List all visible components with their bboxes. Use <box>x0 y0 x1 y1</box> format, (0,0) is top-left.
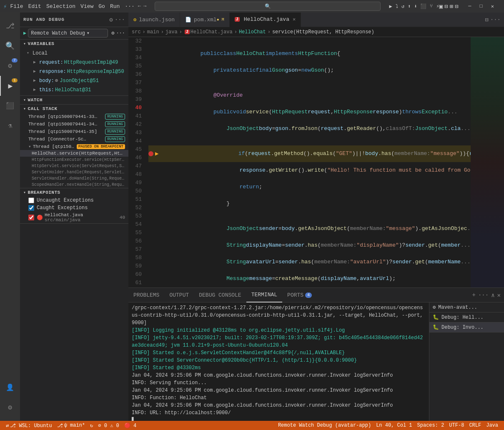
status-breakpoints[interactable]: 🔴 4 <box>122 421 139 430</box>
search-bar[interactable]: 🔍 <box>155 2 381 11</box>
tab-pom-xml[interactable]: 📄 pom.xml ● M <box>180 12 230 27</box>
menu-more[interactable]: ··· <box>125 3 134 10</box>
bp-caught-checkbox[interactable] <box>28 205 34 211</box>
debug-step-out[interactable]: ⬇ <box>414 3 417 10</box>
status-errors[interactable]: ⊘ 0 ⚠ 0 <box>95 421 121 430</box>
panel-close-icon[interactable]: ✕ <box>497 292 501 299</box>
var-request[interactable]: ▶ request: HttpRequestImpl@49 <box>20 58 128 67</box>
thread-1[interactable]: Thread [qtp1500079441-34-acceptor-1@66..… <box>20 120 128 128</box>
tab-hellochat-java[interactable]: J HelloChat.java ✕ <box>230 12 301 27</box>
more-debug-icon[interactable]: ··· <box>116 30 125 36</box>
settings-gear-icon[interactable]: ⚙ <box>109 16 113 23</box>
bp-uncaught-checkbox[interactable] <box>28 198 34 203</box>
layout-button-2[interactable]: ⊟ <box>444 3 448 10</box>
call-stack-header[interactable]: ▾ CALL STACK <box>20 105 128 113</box>
breadcrumb-src[interactable]: src <box>132 29 141 35</box>
split-terminal-icon[interactable]: ··· <box>478 292 489 298</box>
breadcrumb-method[interactable]: service(HttpRequest, HttpResponse) <box>272 29 374 35</box>
config-gear-icon[interactable]: ⚙ <box>111 30 114 36</box>
activity-search[interactable]: 🔍 <box>0 36 20 56</box>
thread-2[interactable]: Thread [qtp1500079441-35] RUNNING <box>20 128 128 135</box>
status-debug-config[interactable]: Remote Watch Debug (avatar-app) <box>276 421 374 430</box>
panel-chevron-up-icon[interactable]: ∧ <box>491 292 494 299</box>
variables-section-header[interactable]: ▾ VARIABLES <box>20 40 128 48</box>
local-group[interactable]: ▾ Local <box>20 49 128 58</box>
breakpoints-section-header[interactable]: ▾ BREAKPOINTS <box>20 188 128 197</box>
menu-go[interactable]: Go <box>98 3 105 10</box>
breadcrumb-main[interactable]: main <box>147 29 159 35</box>
panel-tab-debug-console[interactable]: DEBUG CONSOLE <box>194 288 246 302</box>
stack-frame-0[interactable]: HelloChat.service(HttpRequest,HttpRespon… <box>20 150 128 157</box>
tab-launch-json[interactable]: ⚙ launch.json <box>128 12 180 27</box>
stack-frame-1[interactable]: HttpFunctionExecutor.service(HttpServlet… <box>20 157 128 163</box>
status-remote[interactable]: ⇄ ⎇ WSL: Ubuntu <box>3 421 55 430</box>
menu-edit[interactable]: Edit <box>28 3 41 10</box>
more-tabs-icon[interactable]: ··· <box>490 16 501 23</box>
add-terminal-icon[interactable]: + <box>472 292 476 298</box>
bp-hellochat[interactable]: 🔴 HelloChat.java src/main/java 40 <box>20 212 128 223</box>
stack-frame-4[interactable]: ServletHandler.doHandle(String,Request,H… <box>20 175 128 182</box>
var-response[interactable]: ▶ response: HttpResponseImpl@50 <box>20 67 128 76</box>
debug-stop[interactable]: ⬛ <box>420 3 426 10</box>
status-language[interactable]: Java <box>484 421 501 430</box>
activity-testing[interactable]: ⚗ <box>0 116 20 136</box>
panel-tab-problems[interactable]: PROBLEMS <box>128 288 164 302</box>
debug-step-in[interactable]: ⬆ <box>408 3 411 10</box>
menu-selection[interactable]: Selection <box>46 3 75 10</box>
thread-3[interactable]: Thread [Connector-Scheduler-6920b0bc-1] … <box>20 135 128 143</box>
status-encoding[interactable]: UTF-8 <box>446 421 466 430</box>
bp-caught[interactable]: Caught Exceptions <box>20 204 128 212</box>
right-panel-debug-invo[interactable]: 🐛 Debug: Invo... <box>429 322 504 332</box>
breadcrumb-class[interactable]: HelloChat <box>239 29 266 35</box>
layout-button-1[interactable]: ▣ <box>439 3 443 10</box>
var-this[interactable]: ▶ this: HelloChat@31 <box>20 85 128 95</box>
activity-settings[interactable]: ⚙ <box>0 398 20 418</box>
breadcrumb-java[interactable]: java <box>165 29 178 35</box>
more-options-icon[interactable]: ··· <box>115 16 125 23</box>
panel-tab-output[interactable]: OUTPUT <box>164 288 194 302</box>
debug-start-button[interactable]: ▶ <box>389 3 392 10</box>
thread-0[interactable]: Thread [qtp1500079441-33-acceptor-0@48..… <box>20 113 128 120</box>
debug-branch[interactable]: ⑂ <box>430 3 433 9</box>
menu-file[interactable]: File <box>10 3 23 10</box>
status-eol[interactable]: CRLF <box>466 421 484 430</box>
right-panel-maven[interactable]: ⚙ Maven-avat... <box>429 302 504 312</box>
debug-restart[interactable]: ↺ <box>401 3 404 10</box>
menu-view[interactable]: View <box>80 3 93 10</box>
bp-hellochat-checkbox[interactable] <box>28 215 34 220</box>
activity-debug[interactable]: ▶ 1 <box>0 76 20 96</box>
tab-hellochat-close-icon[interactable]: ✕ <box>293 16 296 22</box>
stack-frame-5[interactable]: ScopedHandler.nextHandle(String,Request,… <box>20 182 128 188</box>
status-sync[interactable]: ↻ <box>88 421 95 430</box>
debug-config-dropdown[interactable]: Remote Watch Debug ▾ <box>28 29 108 38</box>
play-debug-icon[interactable]: ▶ <box>23 30 26 36</box>
debug-step-over[interactable]: ⤵ <box>396 3 398 10</box>
stack-frame-3[interactable]: ServletHolder.handle(Request,ServletRequ… <box>20 169 128 175</box>
var-body[interactable]: ▶ body: ⊙ JsonObject@51 <box>20 76 128 85</box>
terminal-content[interactable]: /grpc-context/1.27.2/grpc-context-1.27.2… <box>128 302 429 421</box>
bp-uncaught[interactable]: Uncaught Exceptions <box>20 197 128 204</box>
maximize-button[interactable]: □ <box>476 2 486 10</box>
right-panel-debug-hell[interactable]: 🐛 Debug: Hell... <box>429 312 504 322</box>
split-editor-icon[interactable]: ⊟ <box>485 16 488 23</box>
nav-forward-button[interactable]: → <box>143 3 146 9</box>
watch-section-header[interactable]: ▾ WATCH <box>20 96 128 104</box>
layout-button-4[interactable]: ⊟ <box>455 3 458 10</box>
debug-lightning[interactable]: ⚡ <box>436 3 439 10</box>
nav-back-button[interactable]: ← <box>138 3 141 9</box>
activity-extensions[interactable]: ⬛ <box>0 96 20 116</box>
close-button[interactable]: ✕ <box>488 2 497 10</box>
thread-4[interactable]: ▾ Thread [qtp1500079441-37] PAUSED ON BR… <box>20 143 128 150</box>
activity-account[interactable]: 👤 <box>0 378 20 398</box>
minimize-button[interactable]: — <box>465 2 474 10</box>
activity-explorer[interactable]: ⎇ <box>0 16 20 36</box>
stack-frame-2[interactable]: HttpServlet.service(ServletRequest,Servl… <box>20 163 128 169</box>
status-spaces[interactable]: Spaces: 2 <box>415 421 447 430</box>
panel-tab-ports[interactable]: PORTS 4 <box>282 288 317 302</box>
breadcrumb-file[interactable]: HelloChat.java <box>191 29 233 35</box>
activity-source-control[interactable]: ⚙ 7 <box>0 56 20 76</box>
status-cursor-pos[interactable]: Ln 40, Col 1 <box>374 421 414 430</box>
menu-run[interactable]: Run <box>110 3 120 10</box>
status-branch[interactable]: ⎇ ψ main* <box>55 421 88 430</box>
panel-tab-terminal[interactable]: TERMINAL <box>246 288 282 302</box>
